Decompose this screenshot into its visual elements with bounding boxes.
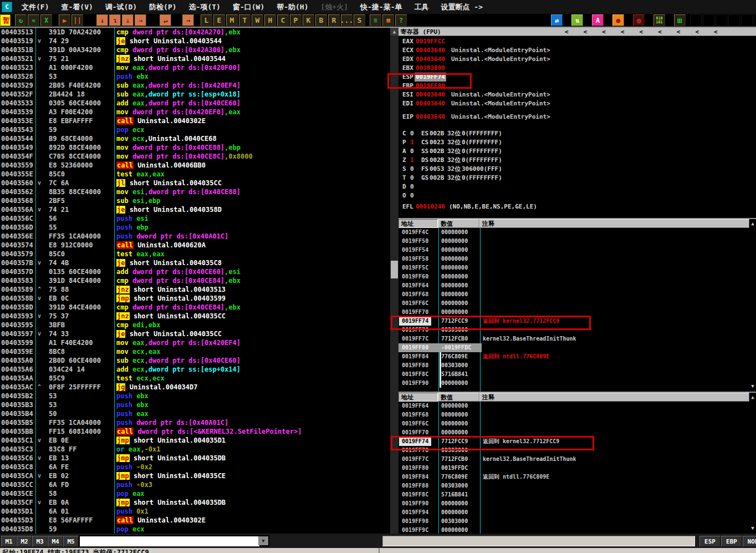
flag-value[interactable]: 0: [410, 165, 414, 174]
stack-row[interactable]: 0019FF5C00000000: [399, 263, 756, 272]
trace-over-button[interactable]: ⇒: [135, 14, 146, 26]
stack-row[interactable]: 0019FF800019FFDC: [399, 464, 756, 473]
collapse-arrow-icon[interactable]: <: [621, 28, 625, 36]
collapse-arrow-icon[interactable]: <: [714, 28, 718, 36]
stack-row[interactable]: 0019FF5800000000: [399, 255, 756, 263]
run-button[interactable]: ▶: [59, 14, 70, 26]
command-input[interactable]: [80, 536, 259, 546]
scroll-up-icon[interactable]: ▲: [749, 220, 756, 227]
stack-row[interactable]: 0019FF6400000000: [399, 402, 756, 410]
collapse-arrow-icon[interactable]: <: [602, 28, 606, 36]
stack-row[interactable]: 0019FF7000000000: [399, 428, 756, 437]
disasm-row[interactable]: 00403589^75 88jnz short Uninstal.0040351…: [0, 285, 390, 294]
menu-item-debug[interactable]: 调-试(D): [99, 2, 143, 12]
view-memory-button[interactable]: M: [226, 14, 238, 26]
stack-row[interactable]: 0019FF8C5716B841: [399, 370, 756, 379]
trace-into-button[interactable]: ⇓: [122, 14, 134, 26]
view-source-button[interactable]: S: [354, 14, 365, 26]
stack-row[interactable]: 0019FF9C00000000: [399, 526, 756, 534]
record-button[interactable]: ●: [612, 14, 624, 26]
view-windows-button[interactable]: W: [252, 14, 263, 26]
swap-button[interactable]: ⇄: [551, 14, 563, 26]
disasm-row[interactable]: 00403519v74 29je short Uninstal.00403544: [0, 37, 390, 45]
disasm-row[interactable]: 004035953BFBcmp edi,ebx: [0, 321, 390, 329]
windows-button[interactable]: ⊞: [674, 14, 686, 26]
register-value[interactable]: 00303000: [416, 64, 445, 73]
disasm-row[interactable]: 0040351B391D 00A34200cmp dword ptr ds:[0…: [0, 45, 390, 54]
disasm-row[interactable]: 0040357D0135 60CE4000add dword ptr ds:[0…: [0, 267, 390, 276]
disasm-row[interactable]: 00403523A1 000F4200mov eax,dword ptr ds:…: [0, 63, 390, 72]
disasm-row[interactable]: 004035682BF5sub esi,ebp: [0, 196, 390, 205]
stack-row[interactable]: 0019FF6C00000000: [399, 419, 756, 428]
register-value[interactable]: 0019FF80: [416, 82, 445, 90]
stack-row[interactable]: 0019FF5400000000: [399, 246, 756, 255]
scroll-down-icon[interactable]: ▼: [749, 383, 756, 389]
register-row-ebp[interactable]: EBP0019FF80: [399, 82, 756, 90]
disasm-row[interactable]: 00403549892D 88CE4000mov dword ptr ds:[0…: [0, 143, 390, 152]
flag-value[interactable]: 0: [410, 191, 414, 200]
scrollbar-thumb[interactable]: [391, 261, 398, 278]
disasm-row[interactable]: 004035CE58pop eax: [0, 489, 390, 498]
collapse-arrow-icon[interactable]: <: [565, 28, 569, 36]
register-value[interactable]: 00403640: [416, 99, 445, 108]
menu-item-set-breakpoint[interactable]: 设置断点 ->: [435, 2, 489, 12]
register-value[interactable]: 00010246: [416, 202, 445, 211]
stack-row[interactable]: 0019FF6C00000000: [399, 299, 756, 308]
stack-row[interactable]: 0019FF8800303000: [399, 481, 756, 490]
stack-row[interactable]: 0019FF5000000000: [399, 237, 756, 246]
disasm-row[interactable]: 004035CAvEB 02jmp short Uninstal.004035C…: [0, 471, 390, 480]
disasm-row[interactable]: 004035A02B0D 60CE4000sub ecx,dword ptr d…: [0, 356, 390, 365]
disasm-row[interactable]: 004035B353push ebx: [0, 400, 390, 409]
register-value[interactable]: 00403640: [416, 90, 445, 99]
memory-button-m4[interactable]: M4: [48, 536, 63, 547]
view-callstack-button[interactable]: K: [303, 14, 314, 26]
flag-row-t[interactable]: T0GS002B32位0(FFFFFFFF): [399, 174, 756, 182]
stack-row[interactable]: 0019FF9000000000: [399, 379, 756, 388]
flag-value[interactable]: 1: [410, 138, 414, 147]
memory-grid-button[interactable]: ▦: [382, 14, 394, 26]
flag-value[interactable]: 0: [410, 182, 414, 191]
step-into-button[interactable]: ↓: [96, 14, 108, 26]
flag-value[interactable]: 0: [410, 147, 414, 156]
disasm-row[interactable]: 004035CFvEB 0Ajmp short Uninstal.004035D…: [0, 498, 390, 507]
close-button[interactable]: X: [40, 14, 52, 26]
disasm-row[interactable]: 004035A6034C24 14add ecx,dword ptr ss:[e…: [0, 365, 390, 374]
view-executables-button[interactable]: E: [213, 14, 225, 26]
view-runtrace-button[interactable]: ...: [341, 14, 353, 26]
disasm-row[interactable]: 0040356D55push ebp: [0, 223, 390, 232]
scroll-up-icon[interactable]: ▲: [390, 28, 399, 35]
flag-row-s[interactable]: S0FS005332位306000(FFF): [399, 165, 756, 174]
disasm-row[interactable]: 004035AC^0F8F 25FFFFFFjg Uninstal.004034…: [0, 383, 390, 392]
disasm-row[interactable]: 0040356C56push esi: [0, 214, 390, 223]
disasm-row[interactable]: 004035BBFF15 60814000call dword ptr ds:[…: [0, 427, 390, 436]
updown-button[interactable]: ⇅: [571, 14, 583, 26]
view-threads-button[interactable]: T: [239, 14, 251, 26]
flag-row-z[interactable]: Z1DS002B32位0(FFFFFFFF): [399, 156, 756, 165]
disasm-row[interactable]: 00403513391D 70A24200cmp dword ptr ds:[0…: [0, 28, 390, 37]
disasm-row[interactable]: 00403599A1 F40E4200mov eax,dword ptr ds:…: [0, 338, 390, 347]
disasm-row[interactable]: 0040358D391D 84CE4000cmp dword ptr ds:[0…: [0, 303, 390, 312]
disasm-row[interactable]: 0040358BvEB 0Cjmp short Uninstal.0040359…: [0, 294, 390, 303]
disasm-scrollbar[interactable]: ▲: [390, 28, 399, 534]
stack-row[interactable]: 0019FF7000000000: [399, 308, 756, 317]
view-references-button[interactable]: R: [328, 14, 340, 26]
assemble-button[interactable]: A: [592, 14, 604, 26]
stack-row[interactable]: 0019FF7800303000: [399, 446, 756, 455]
register-row-edi[interactable]: EDI00403640Uninstal.<ModuleEntryPoint>: [399, 99, 756, 108]
disasm-row[interactable]: 0040356Av74 21je short Uninstal.0040358D: [0, 205, 390, 214]
collapse-arrow-icon[interactable]: <: [677, 28, 681, 36]
binary-button[interactable]: 010 101: [653, 14, 665, 26]
disasm-row[interactable]: 004035C383C8 FFor eax,-0x1: [0, 445, 390, 454]
flag-row-d[interactable]: D0: [399, 182, 756, 191]
disasm-row[interactable]: 00403544B9 68CE4000mov ecx,Uninstal.0040…: [0, 134, 390, 143]
stack-row[interactable]: 0019FF8800303000: [399, 361, 756, 370]
register-row-efl[interactable]: EFL00010246(NO,NB,E,BE,NS,PE,GE,LE): [399, 202, 756, 211]
scroll-down-icon[interactable]: ▼: [749, 525, 756, 531]
view-patches-button[interactable]: P: [290, 14, 302, 26]
disasm-row[interactable]: 004035330305 60CE4000add eax,dword ptr d…: [0, 99, 390, 108]
stack-row[interactable]: 0019FF747712FCC9返回到 kernel32.7712FCC9: [399, 437, 756, 446]
disasm-row[interactable]: 0040357Bv74 4Bje short Uninstal.004035C8: [0, 258, 390, 267]
register-value[interactable]: 0019FFCC: [416, 37, 445, 46]
menu-item-quick-menu[interactable]: 快-捷-菜-单: [354, 2, 408, 12]
stack-row[interactable]: 0019FF9000000000: [399, 499, 756, 508]
